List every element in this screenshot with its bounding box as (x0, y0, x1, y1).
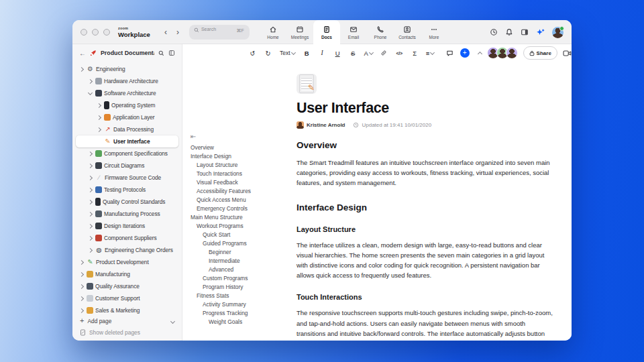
notifications-bell-icon[interactable] (505, 28, 513, 36)
workspace-back-icon[interactable]: ← (79, 50, 86, 57)
outline-item-visual-feedback[interactable]: Visual Feedback (191, 178, 290, 187)
outline-item-beginner[interactable]: Beginner (191, 248, 290, 257)
redo-button[interactable]: ↻ (261, 48, 275, 59)
sidebar-item-engineering[interactable]: ⚙Engineering (76, 63, 178, 75)
collapse-pages-icon[interactable] (171, 318, 174, 324)
tab-contacts[interactable]: Contacts (394, 20, 421, 44)
add-page-button[interactable]: + Add page (76, 315, 178, 326)
show-deleted-pages-button[interactable]: Show deleted pages (76, 326, 178, 338)
sidebar-item-component-specifications[interactable]: Component Specifications (76, 147, 178, 160)
outline-item-accessibility-features[interactable]: Accessibility Features (191, 187, 290, 196)
zoom-workplace-window: zoom Workplace ‹ › Search ⌘F HomeMeeting… (72, 20, 572, 341)
text-style-dropdown[interactable]: Text (278, 48, 297, 59)
document-actions: Share ··· (487, 46, 572, 60)
outline-item-quick-access-menu[interactable]: Quick Access Menu (191, 196, 290, 204)
outline-item-interface-design[interactable]: Interface Design (191, 152, 290, 161)
sidebar-item-customer-support[interactable]: Customer Support (76, 292, 178, 304)
outline-item-custom-programs[interactable]: Custom Programs (191, 274, 290, 283)
nav-forward-button[interactable]: › (172, 28, 184, 36)
sidebar-item-testing-protocols[interactable]: Testing Protocols (76, 184, 178, 196)
outline-item-layout-structure[interactable]: Layout Structure (191, 161, 290, 170)
equation-icon[interactable]: Σ (408, 48, 422, 59)
outline-item-touch-interactions[interactable]: Touch Interactions (191, 170, 290, 178)
sidebar-item-manufacturing-process[interactable]: Manufacturing Process (76, 208, 178, 220)
outline-item-program-history[interactable]: Program History (191, 283, 290, 292)
comment-icon[interactable] (443, 48, 457, 59)
collapse-toolbar-icon[interactable] (473, 48, 487, 59)
outline-item-fitness-stats[interactable]: Fitness Stats (191, 292, 290, 300)
outline-item-advanced[interactable]: Advanced (191, 265, 290, 274)
user-avatar[interactable] (552, 27, 564, 38)
bold-button[interactable]: B (300, 48, 314, 59)
italic-button[interactable]: I (315, 48, 329, 59)
tab-email[interactable]: Email (340, 20, 367, 44)
outline-item-emergency-controls[interactable]: Emergency Controls (191, 204, 290, 213)
outline-item-workout-programs[interactable]: Workout Programs (191, 222, 290, 231)
sidebar-item-quality-assurance[interactable]: Quality Assurance (76, 280, 178, 292)
ai-companion-icon[interactable] (536, 28, 545, 37)
sidebar-search-icon[interactable] (158, 50, 164, 56)
chevron-right-icon (87, 225, 93, 228)
page-emoji-memo-icon[interactable]: ✎ (297, 74, 317, 94)
recents-icon[interactable] (490, 28, 498, 36)
insert-block-button[interactable]: + (460, 48, 470, 58)
nav-back-button[interactable]: ‹ (160, 28, 172, 36)
side-panel-toggle-icon[interactable] (521, 28, 529, 36)
sidebar-item-hardware-architecture[interactable]: Hardware Architecture (76, 75, 178, 87)
sidebar-item-sales-marketing[interactable]: Sales & Marketing (76, 304, 178, 315)
sidebar-panel-icon[interactable] (168, 50, 175, 56)
sidebar-item-software-architecture[interactable]: Software Architecture (76, 87, 178, 99)
outline-item-overview[interactable]: Overview (191, 143, 290, 152)
sidebar-item-design-iterations[interactable]: Design Iterations (76, 220, 178, 232)
sidebar-item-manufacturing[interactable]: Manufacturing (76, 268, 178, 280)
close-window-button[interactable] (80, 29, 87, 36)
code-icon[interactable]: </> (392, 48, 407, 59)
outline-item-quick-start[interactable]: Quick Start (191, 231, 290, 239)
link-icon[interactable] (377, 48, 391, 59)
sidebar-item-product-development[interactable]: ✎Product Development (76, 256, 178, 268)
microscope-icon (87, 283, 93, 290)
sidebar-item-quality-control-standards[interactable]: Quality Control Standards (76, 196, 178, 208)
outline-item-weight-goals[interactable]: Weight Goals (191, 318, 290, 326)
collapse-outline-icon[interactable]: ⇤ (191, 133, 290, 140)
document-area[interactable]: ⇤ OverviewInterface DesignLayout Structu… (182, 62, 572, 341)
zoom-window-button[interactable] (103, 29, 110, 36)
tab-more[interactable]: More (421, 20, 447, 44)
sidebar-item-operating-system[interactable]: Operating System (76, 99, 178, 111)
strikethrough-button[interactable]: S (346, 48, 360, 59)
minimize-window-button[interactable] (92, 29, 99, 36)
outline-item-main-menu-structure[interactable]: Main Menu Structure (191, 213, 290, 222)
underline-button[interactable]: U (331, 48, 345, 59)
collaborator-avatar[interactable] (506, 47, 518, 59)
sidebar-item-application-layer[interactable]: Application Layer (76, 111, 178, 123)
document-title[interactable]: User Interface (297, 100, 554, 117)
sidebar-item-data-processing[interactable]: ↗Data Processing (76, 123, 178, 135)
outline-item-activity-summary[interactable]: Activity Summary (191, 300, 290, 309)
tab-phone[interactable]: Phone (367, 20, 394, 44)
sidebar-item-firmware-source-code[interactable]: ∕Firmware Source Code (76, 172, 178, 184)
workspace-title[interactable]: Product Documenta... (101, 50, 154, 56)
sidebar-item-circuit-diagrams[interactable]: Circuit Diagrams (76, 160, 178, 172)
tab-label: Phone (374, 35, 387, 40)
video-call-icon[interactable] (563, 50, 572, 57)
doc-paragraph: The Smart Treadmill features an intuitiv… (297, 158, 554, 188)
share-button[interactable]: Share (523, 46, 557, 60)
sidebar-item-user-interface[interactable]: ✎User Interface (76, 135, 178, 147)
align-dropdown[interactable]: ≡ (423, 48, 437, 59)
sidebar-item-component-suppliers[interactable]: Component Suppliers (76, 232, 178, 244)
search-input[interactable]: Search ⌘F (189, 25, 250, 40)
tab-docs[interactable]: Docs (313, 20, 340, 44)
page-label: Quality Assurance (95, 283, 140, 290)
outline-item-guided-programs[interactable]: Guided Programs (191, 239, 290, 248)
page-label: Application Layer (113, 114, 155, 121)
outline-item-progress-tracking[interactable]: Progress Tracking (191, 309, 290, 318)
tab-meetings[interactable]: Meetings (286, 20, 313, 44)
app-nav-tabs: HomeMeetingsDocsEmailPhoneContactsMore (260, 20, 447, 44)
sidebar-item-engineering-change-orders[interactable]: ◍Engineering Change Orders (76, 244, 178, 256)
tab-home[interactable]: Home (260, 20, 286, 44)
undo-button[interactable]: ↺ (246, 48, 260, 59)
text-color-dropdown[interactable]: A (362, 48, 376, 59)
outline-item-intermediate[interactable]: Intermediate (191, 257, 290, 265)
doc-heading: Overview (297, 140, 554, 150)
tab-label: Contacts (398, 35, 416, 40)
